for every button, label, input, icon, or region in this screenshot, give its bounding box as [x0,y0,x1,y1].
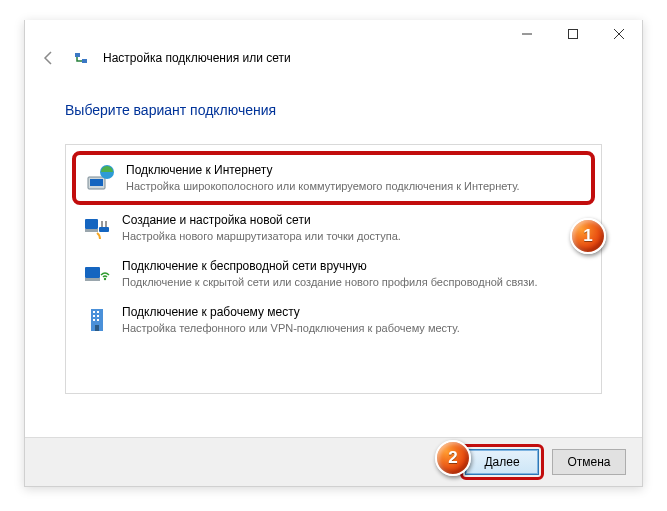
option-text: Создание и настройка новой сети Настройк… [122,213,401,243]
titlebar [25,20,642,48]
svg-rect-8 [99,227,109,232]
network-center-icon [73,50,89,66]
close-button[interactable] [596,20,642,48]
next-button[interactable]: Далее [465,449,539,475]
maximize-button[interactable] [550,20,596,48]
option-text: Подключение к рабочему месту Настройка т… [122,305,460,335]
svg-rect-17 [93,319,95,321]
option-desc: Настройка широкополосного или коммутируе… [126,179,520,193]
option-title: Создание и настройка новой сети [122,213,401,229]
connection-options-list: Подключение к Интернету Настройка широко… [65,144,602,394]
callout-badge-2: 2 [435,440,471,476]
callout-badge-1: 1 [570,218,606,254]
building-icon [82,305,112,335]
callout-number: 1 [583,226,592,246]
wizard-window: Настройка подключения или сети Выберите … [24,20,643,487]
svg-rect-10 [85,278,100,281]
svg-rect-6 [85,219,98,229]
option-title: Подключение к рабочему месту [122,305,460,321]
svg-rect-13 [93,311,95,313]
svg-rect-7 [85,229,98,232]
page-heading: Выберите вариант подключения [65,102,602,118]
option-desc: Подключение к скрытой сети или создание … [122,275,537,289]
option-desc: Настройка нового маршрутизатора или точк… [122,229,401,243]
callout-number: 2 [448,448,457,468]
svg-rect-14 [97,311,99,313]
svg-rect-18 [97,319,99,321]
router-icon [82,213,112,243]
svg-rect-9 [85,267,100,278]
option-workplace[interactable]: Подключение к рабочему месту Настройка т… [72,297,595,343]
window-title: Настройка подключения или сети [103,51,291,65]
option-internet[interactable]: Подключение к Интернету Настройка широко… [72,151,595,205]
svg-rect-16 [97,315,99,317]
globe-monitor-icon [86,163,116,193]
option-text: Подключение к беспроводной сети вручную … [122,259,537,289]
wifi-monitor-icon [82,259,112,289]
svg-point-11 [104,278,106,280]
option-new-network[interactable]: Создание и настройка новой сети Настройк… [72,205,595,251]
cancel-button[interactable]: Отмена [552,449,626,475]
back-button[interactable] [39,48,59,68]
option-text: Подключение к Интернету Настройка широко… [126,163,520,193]
svg-rect-19 [95,325,99,331]
option-desc: Настройка телефонного или VPN-подключени… [122,321,460,335]
svg-rect-0 [569,30,578,39]
svg-rect-4 [90,179,103,186]
button-bar: Далее Отмена [25,437,642,486]
svg-rect-1 [75,53,80,57]
option-title: Подключение к Интернету [126,163,520,179]
option-manual-wifi[interactable]: Подключение к беспроводной сети вручную … [72,251,595,297]
option-title: Подключение к беспроводной сети вручную [122,259,537,275]
content: Выберите вариант подключения Подключение… [25,76,642,394]
svg-rect-15 [93,315,95,317]
minimize-button[interactable] [504,20,550,48]
next-button-highlight: Далее [460,444,544,480]
header: Настройка подключения или сети [25,48,642,76]
svg-rect-2 [82,59,87,63]
